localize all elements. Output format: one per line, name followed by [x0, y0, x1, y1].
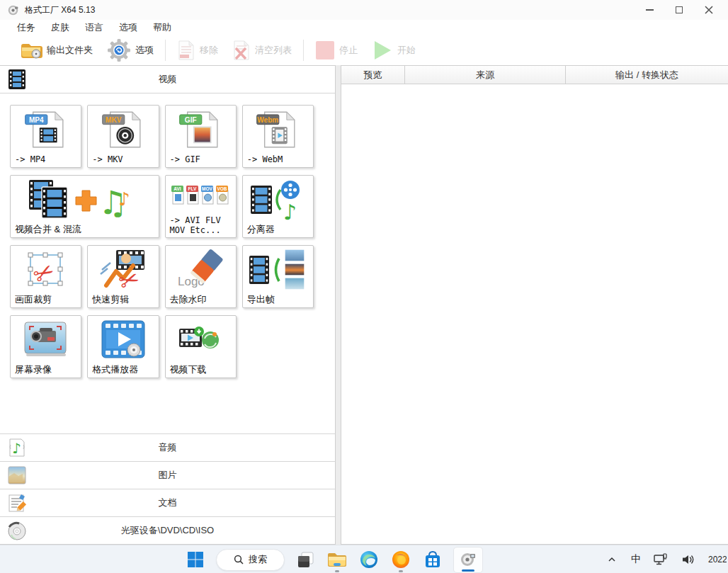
close-icon: [705, 6, 713, 14]
section-image[interactable]: 图片: [0, 461, 335, 489]
start-label: 开始: [397, 44, 416, 57]
window-title: 格式工厂 X64 5.13: [25, 4, 95, 16]
firefox-icon: [392, 550, 410, 569]
running-indicator: [399, 570, 403, 572]
column-status[interactable]: 输出 / 转换状态: [566, 66, 728, 84]
svg-text:VOB: VOB: [217, 186, 227, 191]
card-label: 导出帧: [247, 295, 275, 305]
edge-button[interactable]: [358, 545, 380, 573]
menu-skin[interactable]: 皮肤: [48, 21, 72, 35]
card-label: -> MP4: [15, 155, 45, 165]
svg-text:MOV: MOV: [202, 186, 212, 191]
card-splitter[interactable]: ♪ 分离器: [242, 175, 314, 238]
taskbar-search[interactable]: 搜索: [216, 549, 285, 571]
network-button[interactable]: [653, 545, 669, 573]
card-video-merge-mux[interactable]: ♫ ♪ 视频合并 & 混流: [10, 175, 159, 238]
card-label: 去除水印: [170, 295, 207, 305]
store-button[interactable]: [421, 545, 444, 573]
maximize-button[interactable]: [674, 5, 684, 15]
menu-tasks[interactable]: 任务: [14, 21, 38, 35]
output-folder-button[interactable]: 输出文件夹: [13, 37, 100, 64]
options-button[interactable]: 选项: [100, 37, 161, 64]
card-to-webm[interactable]: Webm -> WebM: [242, 105, 314, 168]
toolbar-separator: [303, 40, 304, 61]
mp4-file-icon: MP4: [11, 108, 81, 151]
column-source[interactable]: 来源: [405, 66, 566, 84]
card-crop[interactable]: ✂ 画面裁剪: [10, 245, 81, 308]
store-icon: [423, 550, 442, 569]
menu-help[interactable]: 帮助: [150, 21, 174, 35]
card-screen-record[interactable]: 屏幕录像: [10, 315, 81, 378]
taskbar: 搜索: [0, 545, 728, 573]
search-label: 搜索: [249, 553, 267, 566]
output-folder-icon: [20, 41, 42, 60]
category-panel: 视频 MP4 -> MP4: [0, 65, 336, 545]
svg-text:AVI: AVI: [174, 186, 181, 191]
gif-file-icon: GIF: [166, 108, 236, 151]
taskbar-clock[interactable]: 2022: [708, 555, 727, 565]
svg-text:♪: ♪: [283, 200, 297, 221]
firefox-button[interactable]: [389, 545, 412, 573]
player-icon: [88, 319, 158, 361]
svg-text:♪: ♪: [118, 188, 130, 210]
stop-button[interactable]: 停止: [308, 37, 365, 64]
section-video[interactable]: 视频: [0, 66, 335, 93]
clear-list-button[interactable]: 清空列表: [225, 37, 299, 64]
card-remove-watermark[interactable]: Logo 去除水印: [165, 245, 237, 308]
card-to-gif[interactable]: GIF -> GIF: [165, 105, 237, 168]
svg-text:MKV: MKV: [106, 116, 122, 124]
close-button[interactable]: [704, 5, 714, 15]
section-audio[interactable]: ♪ 音频: [0, 433, 335, 461]
section-video-label: 视频: [0, 73, 335, 86]
menu-bar: 任务 皮肤 语言 选项 帮助: [0, 20, 728, 35]
card-format-player[interactable]: 格式播放器: [87, 315, 159, 378]
merge-mux-icon: ♫ ♪: [11, 178, 159, 221]
section-disc[interactable]: 光驱设备\DVD\CD\ISO: [0, 516, 335, 544]
start-menu-button[interactable]: [184, 545, 207, 573]
screen-record-icon: [11, 319, 81, 361]
volume-button[interactable]: [681, 545, 696, 573]
remove-button[interactable]: 移除: [170, 37, 225, 64]
mkv-file-icon: MKV: [88, 108, 158, 151]
title-bar: 格式工厂 X64 5.13: [0, 0, 728, 20]
minimize-button[interactable]: [644, 5, 654, 15]
tray-chevron-button[interactable]: [605, 545, 619, 573]
speaker-icon: [681, 553, 695, 566]
start-button[interactable]: 开始: [365, 37, 423, 64]
eraser-logo-icon: Logo: [166, 249, 236, 291]
task-view-button[interactable]: [294, 545, 317, 573]
chevron-up-icon: [608, 556, 615, 563]
file-explorer-button[interactable]: [326, 545, 348, 573]
card-label: 视频下载: [170, 365, 207, 375]
webm-file-icon: Webm: [243, 108, 313, 151]
task-table-body[interactable]: [341, 84, 728, 544]
column-preview[interactable]: 预览: [341, 66, 405, 84]
task-list-panel: 预览 来源 输出 / 转换状态: [341, 65, 728, 545]
stop-label: 停止: [339, 44, 358, 57]
output-folder-label: 输出文件夹: [47, 44, 93, 57]
edge-icon: [360, 550, 378, 569]
toolbar-separator: [165, 40, 166, 61]
ime-indicator[interactable]: 中: [631, 553, 641, 566]
card-video-download[interactable]: 视频下载: [165, 315, 237, 378]
card-to-avi-flv-mov[interactable]: AVI FLV MOV VOB: [165, 175, 237, 238]
multi-format-icon: AVI FLV MOV VOB: [166, 177, 236, 220]
card-to-mkv[interactable]: MKV -> MKV: [87, 105, 159, 168]
splitter-icon: ♪: [243, 178, 313, 221]
section-document[interactable]: 文档: [0, 489, 335, 516]
card-quick-clip[interactable]: ✂ 快速剪辑: [87, 245, 159, 308]
running-indicator: [335, 570, 339, 572]
card-label: 分离器: [247, 225, 275, 235]
svg-text:GIF: GIF: [185, 116, 197, 124]
file-explorer-icon: [327, 551, 347, 568]
card-to-mp4[interactable]: MP4 -> MP4: [10, 105, 81, 168]
menu-language[interactable]: 语言: [82, 21, 106, 35]
card-export-frames[interactable]: 导出帧: [242, 245, 314, 308]
format-factory-icon: [459, 550, 477, 569]
clear-list-label: 清空列表: [255, 44, 292, 57]
card-label: 快速剪辑: [92, 295, 129, 305]
menu-options[interactable]: 选项: [116, 21, 140, 35]
format-factory-taskbar-button[interactable]: [453, 547, 483, 573]
card-label: -> WebM: [247, 155, 283, 165]
task-view-icon: [297, 551, 314, 569]
